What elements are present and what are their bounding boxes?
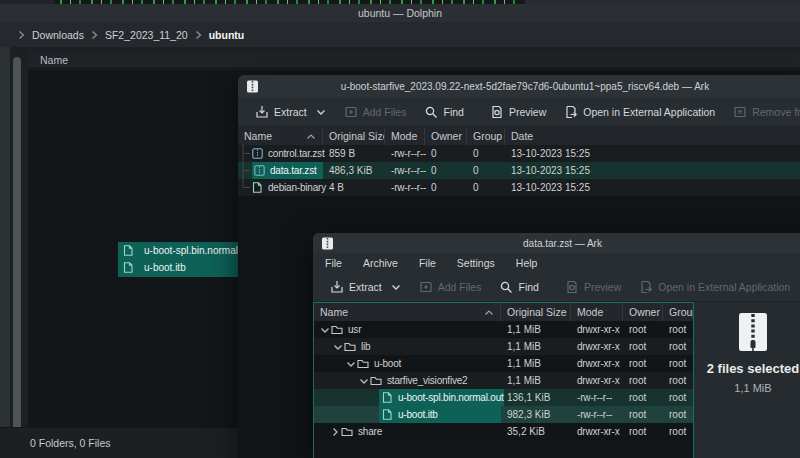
tree-row-folder[interactable]: lib 1,1 MiB drwxr-xr-x root root (314, 338, 693, 355)
find-button[interactable]: Find (415, 97, 472, 126)
folder-icon (357, 358, 369, 369)
expander-closed-icon[interactable] (328, 427, 341, 437)
breadcrumb: Downloads SF2_2023_11_20 ubuntu (0, 22, 800, 47)
drag-item: u-boot.itb (118, 259, 240, 276)
selected-name-cell: data.tar.zst (252, 162, 323, 179)
zip-file-icon (736, 312, 770, 353)
selection-size: 1,1 MiB (734, 382, 771, 394)
find-button[interactable]: Find (490, 273, 547, 301)
column-header-owner[interactable]: Owner (425, 127, 467, 145)
ark1-window-title: u-boot-starfive_2023.09.22-next-5d2fae79… (238, 81, 800, 92)
column-header-group[interactable]: Group (467, 127, 505, 145)
menu-help[interactable]: Help (516, 257, 538, 269)
menu-file-2[interactable]: File (419, 257, 436, 269)
expander-open-icon[interactable] (318, 326, 331, 334)
expander-open-icon[interactable] (344, 360, 357, 368)
dolphin-titlebar[interactable]: ubuntu — Dolphin (0, 4, 800, 22)
tree-branch (238, 162, 252, 179)
preview-button: Preview (556, 273, 630, 301)
status-text: 0 Folders, 0 Files (30, 437, 111, 449)
folder-icon (370, 375, 382, 386)
column-header-name[interactable]: Name (314, 303, 501, 321)
column-header-mode[interactable]: Mode (571, 303, 623, 321)
dolphin-window-title: ubuntu — Dolphin (358, 7, 442, 19)
file-icon (123, 262, 134, 273)
file-icon (382, 392, 393, 403)
add-files-icon (344, 105, 358, 119)
selected-name-cell: u-boot-spl.bin.normal.out (379, 389, 504, 406)
drag-ghost[interactable]: u-boot-spl.bin.normal.out u-boot.itb (118, 242, 240, 277)
expander-open-icon[interactable] (357, 377, 370, 385)
menu-archive[interactable]: Archive (363, 257, 398, 269)
selection-info-panel: 2 files selected 1,1 MiB (694, 302, 800, 458)
ark-app-icon (246, 80, 259, 93)
ark1-file-table: Name Original Size Mode Owner Group Date… (238, 127, 800, 196)
tree-row-folder[interactable]: share 35,2 KiB drwxr-xr-x root root (314, 423, 693, 440)
folder-icon (341, 426, 353, 437)
remove-from-archive-button: Remove from Archive (724, 97, 800, 126)
dolphin-name-column-header[interactable]: Name (28, 52, 800, 69)
tree-branch (238, 179, 252, 196)
tree-branch (238, 145, 252, 162)
ark2-titlebar[interactable]: data.tar.zst — Ark (313, 233, 800, 253)
search-icon (499, 280, 513, 294)
column-header-mode[interactable]: Mode (385, 127, 425, 145)
breadcrumb-item-ubuntu[interactable]: ubuntu (209, 29, 245, 41)
column-header-owner[interactable]: Owner (623, 303, 663, 321)
table-row[interactable]: control.tar.zst 859 B -rw-r--r-- 0 0 13-… (238, 145, 800, 162)
column-header-size[interactable]: Original Size (501, 303, 571, 321)
preview-icon (565, 280, 579, 294)
extract-icon (330, 280, 344, 294)
add-files-icon (419, 280, 433, 294)
breadcrumb-item-sf2-folder[interactable]: SF2_2023_11_20 (105, 29, 188, 41)
column-header-date[interactable]: Date (505, 127, 800, 145)
column-header-size[interactable]: Original Size (323, 127, 385, 145)
selected-name-cell: u-boot.itb (379, 406, 501, 423)
ark1-table-header: Name Original Size Mode Owner Group Date (238, 127, 800, 145)
archive-file-icon (254, 165, 265, 176)
extract-button[interactable]: Extract (321, 273, 410, 301)
expander-open-icon[interactable] (331, 343, 344, 351)
ark2-file-tree: Name Original Size Mode Owner Group usr … (313, 302, 694, 458)
chevron-right-icon (91, 30, 98, 40)
ark2-menubar: File Archive File Settings Help (313, 253, 800, 273)
extract-button[interactable]: Extract (246, 97, 335, 126)
open-external-icon (639, 280, 653, 294)
column-header-group[interactable]: Group (663, 303, 693, 321)
open-external-icon (564, 105, 578, 119)
folder-icon (331, 324, 343, 335)
search-icon (424, 105, 438, 119)
tree-row-folder[interactable]: usr 1,1 MiB drwxr-xr-x root root (314, 321, 693, 338)
tree-row-file-selected[interactable]: u-boot-spl.bin.normal.out 136,1 KiB -rw-… (314, 389, 693, 406)
open-external-button[interactable]: Open in External Application (555, 97, 724, 126)
folder-icon (344, 341, 356, 352)
tree-row-folder[interactable]: u-boot 1,1 MiB drwxr-xr-x root root (314, 355, 693, 372)
open-external-button: Open in External Application (630, 273, 799, 301)
sort-ascending-icon (484, 309, 494, 316)
chevron-down-icon (316, 108, 326, 116)
chevron-right-icon (195, 30, 202, 40)
preview-button[interactable]: Preview (481, 97, 555, 126)
vertical-scrollbar[interactable] (13, 57, 21, 432)
drag-item: u-boot-spl.bin.normal.out (118, 242, 240, 259)
column-header-name[interactable]: Name (238, 127, 323, 145)
add-files-button: Add Files (410, 273, 491, 301)
chevron-right-icon (18, 30, 25, 40)
add-files-button: Add Files (335, 97, 416, 126)
extract-icon (255, 105, 269, 119)
file-icon (252, 182, 263, 193)
file-icon (123, 245, 134, 256)
sort-ascending-icon (306, 133, 316, 140)
menu-file[interactable]: File (325, 257, 342, 269)
tree-row-file-selected[interactable]: u-boot.itb 982,3 KiB -rw-r--r-- root roo… (314, 406, 693, 423)
ark1-toolbar: Extract Add Files Find Preview Open in E… (238, 97, 800, 127)
preview-icon (490, 105, 504, 119)
tree-row-folder[interactable]: starfive_visionfive2 1,1 MiB drwxr-xr-x … (314, 372, 693, 389)
ark1-titlebar[interactable]: u-boot-starfive_2023.09.22-next-5d2fae79… (238, 75, 800, 97)
menu-settings[interactable]: Settings (457, 257, 495, 269)
ark-window-data-tar: data.tar.zst — Ark File Archive File Set… (313, 233, 800, 458)
breadcrumb-item-downloads[interactable]: Downloads (32, 29, 84, 41)
table-row[interactable]: debian-binary 4 B -rw-r--r-- 0 0 13-10-2… (238, 179, 800, 196)
table-row-selected[interactable]: data.tar.zst 486,3 KiB -rw-r--r-- 0 0 13… (238, 162, 800, 179)
remove-icon (733, 105, 747, 119)
